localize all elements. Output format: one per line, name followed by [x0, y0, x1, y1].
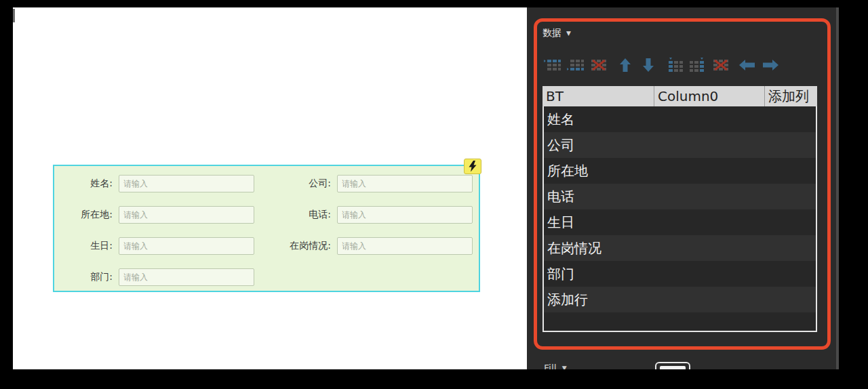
move-right-icon[interactable]	[762, 58, 779, 73]
field-label: 所在地:	[62, 209, 119, 221]
company-input[interactable]	[337, 175, 473, 192]
department-input[interactable]	[119, 268, 254, 286]
delete-column-icon[interactable]	[712, 58, 730, 73]
data-section-title: 数据	[542, 27, 561, 39]
form-field-company: 公司:	[263, 175, 479, 192]
widget-action-badge[interactable]	[464, 159, 481, 174]
form-widget-selected[interactable]: 姓名: 公司: 所在地: 电话: 生日: 在岗情况: 部门:	[53, 165, 480, 292]
grid-row-duty-status[interactable]: 在岗情况	[544, 235, 816, 261]
fill-section-label[interactable]: Fill ▼	[544, 363, 567, 369]
grid-row-phone[interactable]: 电话	[544, 184, 816, 209]
move-up-icon[interactable]	[616, 58, 634, 73]
grid-row-name[interactable]: 姓名	[544, 106, 816, 132]
move-left-icon[interactable]	[738, 58, 756, 73]
insert-column-right-icon[interactable]	[689, 58, 707, 73]
form-field-department: 部门:	[62, 268, 263, 286]
birthday-input[interactable]	[119, 237, 254, 255]
add-row-button[interactable]: 添加行	[544, 287, 816, 312]
field-label: 公司:	[263, 178, 337, 190]
canvas-edge-mark	[13, 9, 15, 22]
chevron-down-icon: ▼	[566, 30, 571, 37]
fill-toggle-button[interactable]	[655, 362, 690, 369]
insert-row-below-icon[interactable]	[567, 58, 585, 73]
form-field-phone: 电话:	[263, 206, 479, 224]
insert-column-left-icon[interactable]	[666, 58, 684, 73]
chevron-down-icon: ▼	[562, 365, 567, 369]
form-field-duty-status: 在岗情况:	[263, 237, 479, 255]
lightning-bolt-icon	[467, 161, 478, 172]
column-header-bt[interactable]: BT	[542, 86, 654, 106]
column-header-column0[interactable]: Column0	[654, 86, 765, 106]
form-field-birthday: 生日:	[62, 237, 263, 255]
delete-row-icon[interactable]	[590, 58, 608, 73]
location-input[interactable]	[119, 206, 254, 224]
insert-row-above-icon[interactable]	[544, 58, 561, 73]
grid-row-birthday[interactable]: 生日	[544, 209, 816, 235]
name-input[interactable]	[119, 175, 254, 192]
field-label: 姓名:	[62, 178, 119, 190]
field-label: 生日:	[62, 240, 119, 252]
table-toolbar	[544, 58, 779, 73]
grid-row-location[interactable]: 所在地	[544, 158, 816, 184]
data-grid-body: 姓名 公司 所在地 电话 生日 在岗情况 部门 添加行	[542, 106, 817, 332]
data-grid-header: BT Column0 添加列	[542, 86, 817, 106]
add-column-button[interactable]: 添加列	[765, 86, 816, 106]
panel-divider	[836, 7, 839, 369]
field-label: 部门:	[62, 271, 119, 283]
data-section-header[interactable]: 数据 ▼	[542, 27, 571, 39]
field-label: 电话:	[263, 209, 337, 221]
duty-status-input[interactable]	[337, 237, 473, 255]
toggle-bar	[660, 366, 686, 369]
fill-label-text: Fill	[544, 363, 557, 369]
data-panel: 数据 ▼	[527, 7, 836, 369]
form-field-name: 姓名:	[62, 175, 263, 192]
move-down-icon[interactable]	[639, 58, 657, 73]
form-grid: 姓名: 公司: 所在地: 电话: 生日: 在岗情况: 部门:	[54, 166, 479, 286]
phone-input[interactable]	[337, 206, 473, 224]
grid-row-department[interactable]: 部门	[544, 261, 816, 287]
grid-row-company[interactable]: 公司	[544, 132, 816, 158]
field-label: 在岗情况:	[263, 240, 337, 252]
form-field-location: 所在地:	[62, 206, 263, 224]
data-grid: BT Column0 添加列 姓名 公司 所在地 电话 生日 在岗情况 部门 添…	[542, 86, 817, 332]
